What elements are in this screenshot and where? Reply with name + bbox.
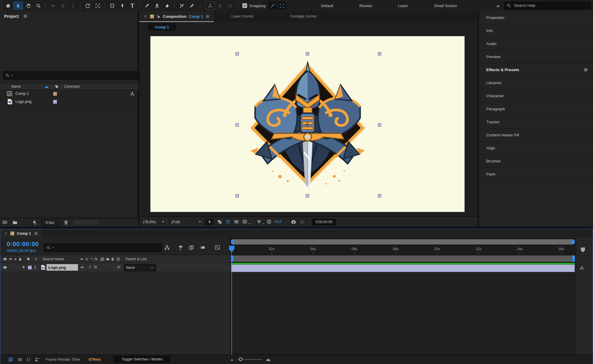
layer-label-swatch[interactable] <box>28 265 32 270</box>
panel-item-libraries[interactable]: Libraries <box>479 76 593 90</box>
draft-3d-icon[interactable] <box>178 245 184 250</box>
timeline-search-input[interactable] <box>55 245 151 250</box>
in-out-stretch-icon[interactable] <box>26 357 31 362</box>
selection-handle[interactable] <box>378 123 381 127</box>
navigator-start-handle[interactable] <box>231 239 234 245</box>
transfer-controls-icon[interactable] <box>17 357 22 362</box>
parent-link-column-header[interactable]: Parent & Link <box>125 257 147 261</box>
type-tool-icon[interactable]: T <box>127 1 137 10</box>
project-search-box[interactable] <box>3 71 139 79</box>
anchor-point-indicator[interactable] <box>304 122 311 128</box>
project-item-name[interactable]: Logo.png <box>15 99 31 104</box>
tab-composition[interactable]: Composition Comp 1 <box>139 11 214 22</box>
exposure-value[interactable]: +0,0 <box>274 220 282 224</box>
stamp-tool-icon[interactable] <box>152 1 162 10</box>
zoom-tool-icon[interactable] <box>33 1 43 10</box>
panel-item-character[interactable]: Character <box>479 90 593 103</box>
motion-blur-icon[interactable] <box>200 245 206 250</box>
toggle-switches-modes-button[interactable]: Toggle Switches / Modes <box>114 356 170 363</box>
panel-item-preview[interactable]: Preview <box>479 50 593 63</box>
zoom-out-mountain-icon[interactable] <box>230 357 235 362</box>
puppet-pin-tool-icon[interactable] <box>187 1 197 10</box>
workspace-tab-small-screen[interactable]: Small Screen <box>421 4 470 8</box>
viewer-menu-icon[interactable] <box>205 14 210 19</box>
local-axis-mode-icon[interactable] <box>205 1 215 10</box>
fast-previews-button[interactable] <box>205 218 214 225</box>
sort-ascending-icon[interactable] <box>44 86 49 88</box>
exposure-shutter-icon[interactable] <box>266 219 272 224</box>
help-search-input[interactable] <box>513 3 580 8</box>
parent-dropdown[interactable]: None <box>124 264 156 271</box>
panel-item-audio[interactable]: Audio <box>479 37 593 50</box>
selection-handle[interactable] <box>378 194 381 197</box>
selection-handle[interactable] <box>236 123 239 127</box>
label-color-swatch[interactable] <box>53 92 57 96</box>
workspace-tab-default[interactable]: Default <box>308 4 346 8</box>
layer-marker-icon[interactable] <box>579 265 584 271</box>
search-filter-chevron-icon[interactable] <box>52 247 54 248</box>
view-axis-mode-icon[interactable] <box>225 1 235 10</box>
close-icon[interactable] <box>144 14 148 18</box>
delete-item-trash-icon[interactable] <box>63 220 69 225</box>
project-search-input[interactable] <box>14 73 128 78</box>
project-settings-icon[interactable] <box>31 220 37 225</box>
work-area-end-handle[interactable] <box>572 256 575 262</box>
graph-editor-icon[interactable] <box>214 245 220 250</box>
panel-item-tracker[interactable]: Tracker <box>479 116 593 129</box>
pan-camera-tool-icon[interactable] <box>58 1 68 10</box>
viewer-timecode-well[interactable]: 0:00:00:00 <box>312 219 336 225</box>
panel-item-align[interactable]: Align <box>479 142 593 155</box>
layer-fx-switch[interactable]: fx <box>94 265 97 269</box>
panel-item-brushes[interactable]: Brushes <box>479 155 593 168</box>
label-column-tag-icon[interactable] <box>55 84 59 89</box>
resolution-dropdown[interactable]: (Full) <box>170 218 203 225</box>
comp-marker-bin-icon[interactable] <box>579 246 586 253</box>
flowchart-icon[interactable] <box>130 91 135 96</box>
panel-menu-icon[interactable] <box>583 67 588 72</box>
workspace-tab-review[interactable]: Review <box>346 4 385 8</box>
mini-flowchart-icon[interactable] <box>164 245 170 250</box>
composition-canvas[interactable] <box>150 36 465 212</box>
snap-to-edges-button[interactable] <box>268 2 276 10</box>
workspace-overflow-chevron[interactable]: » <box>470 3 506 8</box>
eraser-tool-icon[interactable] <box>162 1 172 10</box>
panel-item-properties[interactable]: Properties <box>479 11 593 24</box>
shape-tool-icon[interactable] <box>107 1 117 10</box>
lock-open-icon[interactable] <box>156 14 160 18</box>
world-axis-mode-icon[interactable] <box>215 1 225 10</box>
panel-divider[interactable] <box>0 227 593 229</box>
zoom-in-mountains-icon[interactable] <box>266 357 271 362</box>
column-header-name[interactable]: Name <box>11 84 21 89</box>
channel-rgb-icon[interactable] <box>256 219 262 224</box>
selection-handle[interactable] <box>236 52 239 55</box>
project-item-footage[interactable]: Logo.png <box>0 98 138 106</box>
panel-item-content-aware-fill[interactable]: Content-Aware Fill <box>479 129 593 142</box>
hand-tool-icon[interactable] <box>23 1 33 10</box>
timeline-current-timecode[interactable]: 0:00:00:00 <box>7 240 39 248</box>
layer-visibility-eye-icon[interactable] <box>3 265 7 270</box>
timeline-search-box[interactable] <box>44 243 162 252</box>
color-depth-button[interactable]: 8 bpc <box>41 219 59 226</box>
home-button[interactable] <box>3 1 13 10</box>
parent-pickwhip-icon[interactable] <box>116 265 121 270</box>
project-item-comp[interactable]: Comp 1 <box>0 90 138 98</box>
frame-blending-icon[interactable] <box>188 245 194 250</box>
viewer-subtab-comp1[interactable]: Comp 1 <box>148 23 176 31</box>
magnification-dropdown[interactable]: (76,9%) <box>142 218 166 225</box>
orbit-camera-tool-icon[interactable] <box>48 1 58 10</box>
tab-footage[interactable]: Footage (none) <box>290 14 317 18</box>
workspace-tab-learn[interactable]: Learn <box>385 4 421 8</box>
navigator-end-handle[interactable] <box>572 239 575 245</box>
tab-layer[interactable]: Layer (none) <box>231 14 253 18</box>
brush-tool-icon[interactable] <box>142 1 152 10</box>
new-folder-icon[interactable] <box>12 220 18 225</box>
dolly-camera-tool-icon[interactable] <box>68 1 78 10</box>
interpret-footage-icon[interactable] <box>2 220 8 225</box>
footer-slider-well[interactable] <box>73 220 99 225</box>
selection-handle[interactable] <box>306 194 309 197</box>
time-ruler[interactable]: 0s 02s 04s 06s 08s 10s 12s 14s 16s <box>230 246 576 255</box>
column-header-comment[interactable]: Comment <box>64 84 80 89</box>
mask-visibility-icon[interactable] <box>225 219 231 224</box>
grid-guides-icon[interactable] <box>242 219 247 224</box>
timeline-zoom-handle[interactable] <box>239 357 242 361</box>
